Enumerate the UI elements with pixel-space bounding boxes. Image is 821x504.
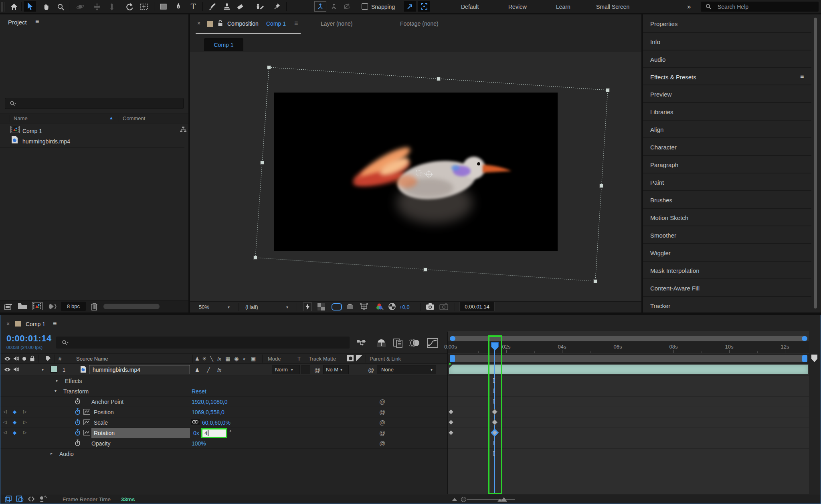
eraser-tool[interactable] <box>234 2 246 12</box>
pen-tool[interactable] <box>172 1 184 12</box>
draft-3d-icon[interactable] <box>376 339 386 347</box>
scale-stopwatch-icon[interactable] <box>75 419 81 425</box>
snap-to-features-button[interactable] <box>418 1 430 12</box>
zoom-out-frames-icon[interactable] <box>451 497 458 502</box>
orbit-camera-tool[interactable] <box>74 2 86 12</box>
rotation-value-input[interactable]: 4 <box>201 428 227 438</box>
workspace-overflow-button[interactable]: » <box>687 3 691 11</box>
mask-visibility-icon[interactable] <box>332 303 342 310</box>
project-horizontal-scrollbar[interactable] <box>103 304 160 309</box>
layer-viewer-tab[interactable]: Layer (none) <box>321 20 352 27</box>
scrollbar-left-cap[interactable] <box>450 336 455 341</box>
pan-camera-tool[interactable] <box>91 2 103 12</box>
home-tool[interactable] <box>8 2 20 12</box>
layer-shy-icon[interactable]: ♟ <box>195 367 200 373</box>
track-matte-dropdown[interactable]: No M▾ <box>323 365 349 374</box>
rotation-keyframe-toggle-icon[interactable]: ◆ <box>13 430 16 435</box>
opacity-stopwatch-icon[interactable] <box>75 439 81 446</box>
exposure-value[interactable]: +0,0 <box>399 304 410 310</box>
frame-blending-icon[interactable] <box>393 338 403 348</box>
close-tab-icon[interactable]: × <box>197 20 200 26</box>
audio-expand-chevron-icon[interactable]: ▸ <box>51 451 53 456</box>
rotation-tool[interactable] <box>123 2 135 12</box>
viewer-menu-icon[interactable]: ≡ <box>294 20 298 27</box>
sidebar-item-brushes[interactable]: Brushes <box>650 197 672 204</box>
preserve-transparency-toggle[interactable] <box>301 365 310 374</box>
solo-column-icon[interactable] <box>22 357 26 361</box>
position-prev-keyframe-icon[interactable]: ◁ <box>3 409 6 414</box>
snap-along-edges-button[interactable] <box>404 1 416 12</box>
trash-icon[interactable] <box>91 302 98 310</box>
effects-group-label[interactable]: Effects <box>65 378 82 384</box>
layer-color-swatch[interactable] <box>51 366 57 373</box>
quality-column-icon[interactable]: ╲ <box>210 356 213 362</box>
rectangle-tool[interactable] <box>158 2 170 12</box>
rotation-next-keyframe-icon[interactable]: ▷ <box>23 430 26 435</box>
position-label[interactable]: Position <box>94 409 114 415</box>
timeline-zoom-knob[interactable] <box>461 497 466 502</box>
view-axis-mode-button[interactable] <box>341 1 353 12</box>
sidebar-item-smoother[interactable]: Smoother <box>650 232 676 239</box>
layer-quality-icon[interactable]: ╱ <box>207 367 210 373</box>
transparency-grid-icon[interactable] <box>317 303 325 310</box>
scale-prev-keyframe-icon[interactable]: ◁ <box>3 419 6 425</box>
anchor-point-value[interactable]: 1920,0,1080,0 <box>192 399 228 405</box>
matte-pickwhip-icon[interactable]: @ <box>314 367 320 373</box>
anchor-point-stopwatch-icon[interactable] <box>75 398 81 405</box>
color-depth-icon[interactable] <box>48 303 58 310</box>
exposure-icon[interactable] <box>388 302 396 310</box>
threed-column-icon[interactable]: ▣ <box>251 356 256 362</box>
rotation-stopwatch-icon[interactable] <box>75 429 81 436</box>
new-folder-icon[interactable] <box>18 303 27 310</box>
anchor-point-pickwhip-icon[interactable]: @ <box>379 398 385 405</box>
in-out-columns-icon[interactable] <box>27 496 35 502</box>
work-area-end-handle[interactable] <box>802 355 807 362</box>
motion-blur-icon[interactable] <box>409 339 420 347</box>
mode-column-header[interactable]: Mode <box>268 356 281 362</box>
shy-column-icon[interactable]: ♟ <box>195 356 200 362</box>
project-column-name[interactable]: Name <box>14 115 28 121</box>
scale-pickwhip-icon[interactable]: @ <box>379 419 385 426</box>
roto-brush-tool[interactable] <box>254 2 266 12</box>
rotation-pickwhip-icon[interactable]: @ <box>379 429 385 436</box>
project-search-input[interactable] <box>5 98 184 109</box>
opacity-value[interactable]: 100% <box>192 440 206 447</box>
position-stopwatch-icon[interactable] <box>75 408 81 415</box>
scale-label[interactable]: Scale <box>94 419 108 426</box>
sidebar-scrollbar[interactable] <box>814 18 817 308</box>
close-timeline-tab-icon[interactable]: × <box>6 321 10 327</box>
opacity-pickwhip-icon[interactable]: @ <box>379 440 385 447</box>
zoom-in-frames-icon[interactable] <box>497 496 508 502</box>
selection-tool[interactable] <box>24 1 36 12</box>
brush-tool[interactable] <box>206 2 218 12</box>
workspace-tab-default[interactable]: Default <box>461 4 479 10</box>
scrollbar-right-cap[interactable] <box>802 336 807 341</box>
composition-tab-label[interactable]: Composition <box>227 20 259 27</box>
new-composition-icon[interactable] <box>32 302 42 310</box>
layer-fx-icon[interactable]: fx <box>217 367 221 373</box>
layer-visibility-eye-icon[interactable] <box>4 367 11 372</box>
sidebar-item-content-aware-fill[interactable]: Content-Aware Fill <box>650 285 700 292</box>
channel-rgb-icon[interactable] <box>376 303 384 310</box>
scale-keyframe-toggle-icon[interactable]: ◆ <box>13 419 16 425</box>
blend-mode-dropdown[interactable]: Norm▾ <box>272 365 300 374</box>
viewer-timecode[interactable]: 0:00:01:14 <box>459 302 495 311</box>
dolly-camera-tool[interactable] <box>106 2 118 12</box>
puppet-pin-tool[interactable] <box>271 2 283 12</box>
sidebar-item-align[interactable]: Align <box>650 126 663 133</box>
scale-value[interactable]: 60,0,60,0% <box>202 419 231 426</box>
resolution-dropdown[interactable]: (Half) <box>245 304 258 310</box>
workspace-tab-learn[interactable]: Learn <box>556 4 570 10</box>
project-column-comment[interactable]: Comment <box>123 115 145 121</box>
lock-column-icon[interactable] <box>30 355 35 361</box>
parent-link-column-header[interactable]: Parent & Link <box>370 356 401 362</box>
rotation-graph-icon[interactable] <box>83 430 90 435</box>
timeline-menu-icon[interactable]: ≡ <box>53 320 57 327</box>
anchor-point-label[interactable]: Anchor Point <box>91 399 123 405</box>
motion-blur-column-icon[interactable]: ◉ <box>234 356 239 362</box>
workspace-tab-small-screen[interactable]: Small Screen <box>596 4 629 10</box>
grid-guides-icon[interactable] <box>360 303 368 310</box>
sidebar-item-info[interactable]: Info <box>650 38 660 45</box>
sidebar-item-tracker[interactable]: Tracker <box>650 302 670 309</box>
zoom-level-dropdown[interactable]: 50% <box>199 304 209 310</box>
